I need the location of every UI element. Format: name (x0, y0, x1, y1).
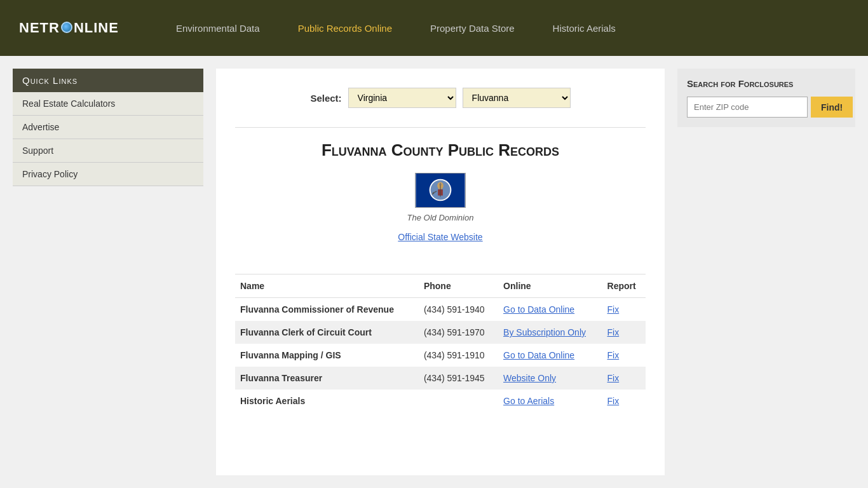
nav-environmental-data[interactable]: Environmental Data (157, 0, 279, 56)
row-phone: (434) 591-1945 (419, 367, 498, 390)
logo[interactable]: NETR NLINE (19, 20, 119, 36)
row-name: Fluvanna Commissioner of Revenue (235, 298, 419, 322)
table-row: Fluvanna Mapping / GIS(434) 591-1910Go t… (235, 344, 646, 367)
official-state-website-link[interactable]: Official State Website (398, 232, 482, 242)
state-select[interactable]: Virginia (348, 88, 456, 108)
flag-container: The Old Dominion (235, 173, 646, 222)
find-button[interactable]: Find! (811, 97, 853, 118)
online-link[interactable]: Go to Data Online (503, 350, 574, 360)
sidebar-item-advertise[interactable]: Advertise (13, 116, 203, 139)
row-phone: (434) 591-1970 (419, 321, 498, 344)
row-online: By Subscription Only (498, 321, 602, 344)
records-table: Name Phone Online Report Fluvanna Commis… (235, 274, 646, 412)
col-online: Online (498, 274, 602, 298)
county-title: Fluvanna County Public Records (235, 140, 646, 160)
col-report: Report (602, 274, 646, 298)
sidebar-title: Quick Links (13, 69, 203, 92)
select-row: Select: Virginia Fluvanna (235, 81, 646, 114)
row-report: Fix (602, 298, 646, 322)
fix-link[interactable]: Fix (607, 327, 620, 337)
row-online: Go to Data Online (498, 298, 602, 322)
col-name: Name (235, 274, 419, 298)
table-row: Fluvanna Clerk of Circuit Court(434) 591… (235, 321, 646, 344)
row-phone: (434) 591-1910 (419, 344, 498, 367)
foreclosure-input-row: Find! (687, 97, 846, 118)
foreclosure-title: Search for Forclosures (687, 78, 846, 89)
online-link[interactable]: Go to Data Online (503, 304, 574, 315)
state-flag (415, 173, 466, 208)
row-report: Fix (602, 367, 646, 390)
row-online: Go to Data Online (498, 344, 602, 367)
fix-link[interactable]: Fix (607, 304, 620, 315)
globe-icon (61, 22, 72, 33)
county-header: Fluvanna County Public Records (235, 127, 646, 255)
row-name: Fluvanna Mapping / GIS (235, 344, 419, 367)
main-wrapper: Quick Links Real Estate Calculators Adve… (0, 56, 868, 488)
table-row: Historic AerialsGo to AerialsFix (235, 390, 646, 412)
row-report: Fix (602, 321, 646, 344)
col-phone: Phone (419, 274, 498, 298)
county-select[interactable]: Fluvanna (463, 88, 571, 108)
online-link[interactable]: By Subscription Only (503, 327, 586, 337)
sidebar-item-support[interactable]: Support (13, 139, 203, 163)
foreclosure-box: Search for Forclosures Find! (677, 69, 855, 127)
row-report: Fix (602, 390, 646, 412)
flag-caption: The Old Dominion (407, 213, 474, 222)
sidebar-item-privacy-policy[interactable]: Privacy Policy (13, 163, 203, 186)
row-online: Website Only (498, 367, 602, 390)
table-row: Fluvanna Commissioner of Revenue(434) 59… (235, 298, 646, 322)
nav-property-data[interactable]: Property Data Store (411, 0, 534, 56)
logo-text-after: NLINE (74, 20, 119, 36)
row-report: Fix (602, 344, 646, 367)
content-area: Select: Virginia Fluvanna Fluvanna Count… (216, 69, 665, 475)
row-name: Fluvanna Treasurer (235, 367, 419, 390)
fix-link[interactable]: Fix (607, 373, 620, 383)
online-link[interactable]: Website Only (503, 373, 556, 383)
header: NETR NLINE Environmental Data Public Rec… (0, 0, 868, 56)
row-name: Fluvanna Clerk of Circuit Court (235, 321, 419, 344)
row-online: Go to Aerials (498, 390, 602, 412)
right-sidebar: Search for Forclosures Find! (677, 69, 855, 475)
zip-input[interactable] (687, 97, 808, 118)
row-name: Historic Aerials (235, 390, 419, 412)
sidebar: Quick Links Real Estate Calculators Adve… (13, 69, 203, 475)
logo-text-before: NETR (19, 20, 60, 36)
row-phone (419, 390, 498, 412)
fix-link[interactable]: Fix (607, 350, 620, 360)
row-phone: (434) 591-1940 (419, 298, 498, 322)
main-nav: Environmental Data Public Records Online… (157, 0, 635, 56)
table-row: Fluvanna Treasurer(434) 591-1945Website … (235, 367, 646, 390)
select-label: Select: (310, 93, 341, 104)
fix-link[interactable]: Fix (607, 396, 620, 406)
nav-public-records[interactable]: Public Records Online (279, 0, 411, 56)
nav-historic-aerials[interactable]: Historic Aerials (534, 0, 635, 56)
table-body: Fluvanna Commissioner of Revenue(434) 59… (235, 298, 646, 413)
sidebar-item-real-estate[interactable]: Real Estate Calculators (13, 92, 203, 116)
online-link[interactable]: Go to Aerials (503, 396, 554, 406)
